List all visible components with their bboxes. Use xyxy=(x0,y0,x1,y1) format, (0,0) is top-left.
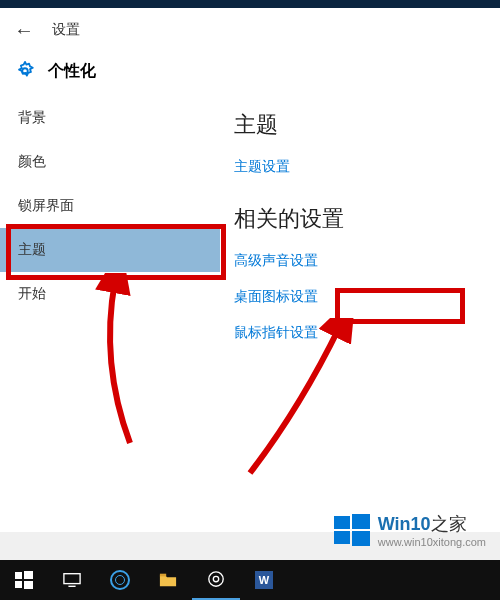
header-title: 设置 xyxy=(52,21,80,39)
watermark-url: www.win10xitong.com xyxy=(378,536,486,548)
link-advanced-sound[interactable]: 高级声音设置 xyxy=(234,252,500,270)
sidebar-item-label: 锁屏界面 xyxy=(18,197,74,215)
settings-window: ← 设置 个性化 背景 颜色 锁屏界面 主题 开始 主题 主题设置 相关的设置 … xyxy=(0,8,500,532)
gear-icon xyxy=(14,60,36,82)
windows-logo-icon xyxy=(332,510,372,550)
sidebar-item-themes[interactable]: 主题 xyxy=(0,228,220,272)
sidebar-item-label: 颜色 xyxy=(18,153,46,171)
svg-point-12 xyxy=(213,576,218,581)
start-button[interactable] xyxy=(0,560,48,600)
sidebar-item-label: 主题 xyxy=(18,241,46,259)
edge-button[interactable] xyxy=(96,560,144,600)
svg-text:W: W xyxy=(259,574,270,586)
svg-rect-9 xyxy=(64,574,80,584)
sidebar-item-start[interactable]: 开始 xyxy=(0,272,220,316)
watermark: Win10之家 www.win10xitong.com xyxy=(332,510,486,550)
sidebar: 背景 颜色 锁屏界面 主题 开始 xyxy=(0,96,220,518)
watermark-brand: Win10之家 xyxy=(378,512,467,536)
link-mouse-pointer[interactable]: 鼠标指针设置 xyxy=(234,324,500,342)
sidebar-item-colors[interactable]: 颜色 xyxy=(0,140,220,184)
svg-rect-6 xyxy=(24,571,33,579)
window-header: ← 设置 xyxy=(0,8,500,52)
svg-rect-1 xyxy=(334,516,350,529)
svg-rect-7 xyxy=(15,581,22,588)
settings-taskbar-button[interactable] xyxy=(192,560,240,600)
category-row: 个性化 xyxy=(0,52,500,96)
taskbar: W xyxy=(0,560,500,600)
sidebar-item-label: 开始 xyxy=(18,285,46,303)
section-title-themes: 主题 xyxy=(234,110,500,140)
taskview-button[interactable] xyxy=(48,560,96,600)
edge-icon xyxy=(110,570,130,590)
back-icon[interactable]: ← xyxy=(14,19,34,42)
sidebar-item-lockscreen[interactable]: 锁屏界面 xyxy=(0,184,220,228)
svg-rect-4 xyxy=(352,531,370,546)
svg-rect-11 xyxy=(160,574,166,577)
svg-point-13 xyxy=(209,572,223,586)
link-desktop-icons[interactable]: 桌面图标设置 xyxy=(234,288,500,306)
svg-rect-8 xyxy=(24,581,33,589)
sidebar-item-label: 背景 xyxy=(18,109,46,127)
svg-rect-3 xyxy=(334,531,350,544)
section-title-related: 相关的设置 xyxy=(234,204,500,234)
svg-rect-2 xyxy=(352,514,370,529)
word-button[interactable]: W xyxy=(240,560,288,600)
sidebar-item-background[interactable]: 背景 xyxy=(0,96,220,140)
window-body: 背景 颜色 锁屏界面 主题 开始 主题 主题设置 相关的设置 高级声音设置 桌面… xyxy=(0,96,500,518)
explorer-button[interactable] xyxy=(144,560,192,600)
link-theme-settings[interactable]: 主题设置 xyxy=(234,158,500,176)
titlebar-strip xyxy=(0,0,500,8)
content-pane: 主题 主题设置 相关的设置 高级声音设置 桌面图标设置 鼠标指针设置 xyxy=(220,96,500,518)
svg-rect-5 xyxy=(15,572,22,579)
category-title: 个性化 xyxy=(48,61,96,82)
